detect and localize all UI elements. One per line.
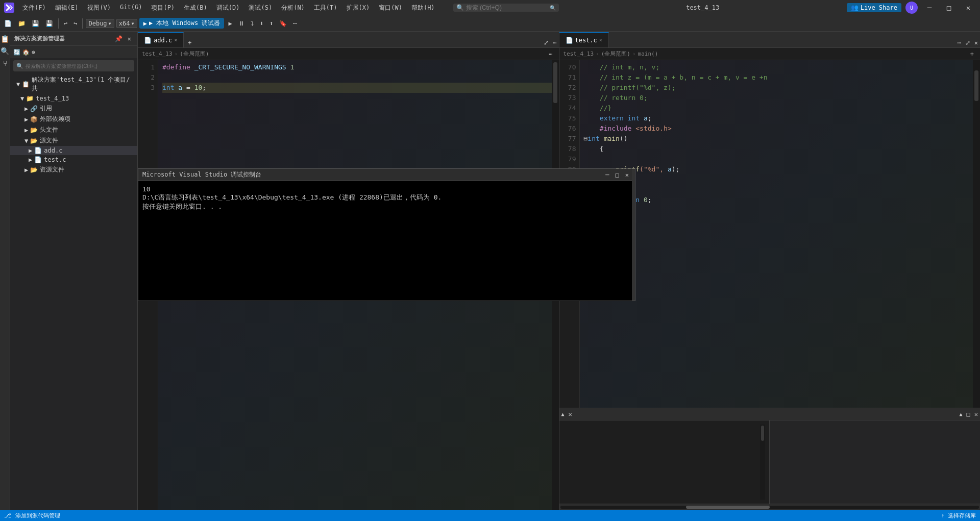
sidebar-search-box[interactable]: 🔍 bbox=[13, 60, 134, 71]
sidebar-toolbar-icon3[interactable]: ⚙ bbox=[32, 49, 35, 56]
bottom-panel-up-icon[interactable]: ▲ bbox=[559, 410, 567, 418]
tab-file-icon-r: 📄 bbox=[566, 37, 573, 44]
tree-ext-deps[interactable]: ▶ 📦 外部依赖项 bbox=[10, 114, 137, 125]
step-over-button[interactable]: ⤵ bbox=[249, 19, 256, 28]
tree-solution[interactable]: ▼ 📋 解决方案'test_4_13'(1 个项目/共 bbox=[10, 75, 137, 94]
platform-dropdown[interactable]: x64 ▾ bbox=[116, 19, 137, 28]
save-button[interactable]: 💾 bbox=[30, 19, 41, 28]
live-share-button[interactable]: 👥 Live Share bbox=[847, 3, 901, 12]
menu-edit[interactable]: 编辑(E) bbox=[51, 3, 83, 13]
tree-sources[interactable]: ▼ 📂 源文件 bbox=[10, 135, 137, 146]
console-body[interactable]: 10 D:\C语言练习列表\test_4_13\x64\Debug\test_4… bbox=[138, 181, 635, 301]
sidebar: 解决方案资源管理器 📌 ✕ 🔄 🏠 ⚙ 🔍 ▼ 📋 解决方案'test_4_13… bbox=[10, 32, 138, 521]
console-line-3: 按任意键关闭此窗口. . . bbox=[142, 202, 631, 211]
redo-button[interactable]: ↪ bbox=[71, 19, 79, 28]
console-minimize[interactable]: ─ bbox=[603, 170, 611, 180]
search-box[interactable]: 🔍 🔍 bbox=[453, 4, 559, 12]
menu-build[interactable]: 生成(B) bbox=[180, 3, 211, 13]
bottom-panel-close-right[interactable]: ✕ bbox=[972, 410, 980, 419]
tree-project[interactable]: ▼ 📁 test_4_13 bbox=[10, 94, 137, 103]
step-into-button[interactable]: ⬇ bbox=[258, 19, 265, 28]
right-code-content[interactable]: // int m, n, v; // int z = (m = a + b, n… bbox=[580, 60, 981, 408]
left-editor-menu[interactable]: ⋯ bbox=[547, 49, 554, 59]
menu-file[interactable]: 文件(F) bbox=[18, 3, 50, 13]
sources-icon: 📂 bbox=[30, 137, 38, 144]
rcode-81 bbox=[584, 175, 976, 185]
select-repo-label[interactable]: ↑ 选择存储库 bbox=[941, 512, 976, 519]
split-editor-button[interactable]: ⤢ bbox=[542, 38, 551, 47]
platform-dropdown-arrow: ▾ bbox=[131, 20, 135, 27]
console-resize-handle[interactable] bbox=[632, 169, 635, 301]
project-icon: 📁 bbox=[26, 95, 34, 102]
rcode-84: } bbox=[584, 205, 976, 215]
activity-explorer[interactable]: 📋 bbox=[0, 34, 11, 44]
minimize-button[interactable]: ─ bbox=[922, 0, 937, 15]
bookmark-button[interactable]: 🔖 bbox=[277, 19, 289, 28]
pause-button[interactable]: ⏸ bbox=[236, 19, 247, 28]
activity-search[interactable]: 🔍 bbox=[0, 46, 11, 56]
sidebar-toolbar-icon2[interactable]: 🏠 bbox=[22, 49, 30, 56]
tree-references[interactable]: ▶ 🔗 引用 bbox=[10, 103, 137, 114]
config-dropdown[interactable]: Debug ▾ bbox=[86, 19, 114, 28]
new-file-button[interactable]: 📄 bbox=[2, 19, 14, 28]
right-editor-menu[interactable]: + bbox=[968, 49, 976, 59]
menu-git[interactable]: Git(G) bbox=[116, 3, 146, 13]
tree-resources[interactable]: ▶ 📂 资源文件 bbox=[10, 164, 137, 175]
sidebar-search-input[interactable] bbox=[26, 63, 131, 69]
sidebar-search-icon: 🔍 bbox=[16, 63, 23, 69]
undo-button[interactable]: ↩ bbox=[62, 19, 69, 28]
tree-test-c[interactable]: ▶ 📄 test.c bbox=[10, 155, 137, 164]
right-close-panel[interactable]: ✕ bbox=[972, 38, 980, 47]
user-avatar[interactable]: U bbox=[905, 2, 918, 14]
sidebar-controls: 📌 ✕ bbox=[113, 34, 133, 43]
menu-project[interactable]: 项目(P) bbox=[147, 3, 179, 13]
more-tabs-button[interactable]: ⋯ bbox=[551, 38, 558, 47]
new-tab-button[interactable]: + bbox=[186, 38, 193, 47]
breadcrumb-scope: (全局范围) bbox=[180, 50, 209, 58]
tab-test-c[interactable]: 📄 test.c × bbox=[559, 32, 609, 47]
bottom-panel-close-left[interactable]: ✕ bbox=[567, 410, 574, 419]
menu-analyze[interactable]: 分析(N) bbox=[277, 3, 309, 13]
sidebar-close-button[interactable]: ✕ bbox=[126, 34, 133, 43]
bottom-panel-up2[interactable]: ▲ bbox=[958, 410, 965, 418]
more-button[interactable]: ⋯ bbox=[291, 19, 299, 28]
add-to-source-label[interactable]: 添加到源代码管理 bbox=[15, 512, 60, 519]
menu-extensions[interactable]: 扩展(X) bbox=[342, 3, 374, 13]
solution-tree: ▼ 📋 解决方案'test_4_13'(1 个项目/共 ▼ 📁 test_4_1… bbox=[10, 73, 137, 521]
tab-close-button-r[interactable]: × bbox=[599, 37, 602, 43]
project-label: test_4_13 bbox=[36, 95, 69, 102]
tab-add-c[interactable]: 📄 add.c × bbox=[138, 32, 184, 47]
tab-close-button[interactable]: × bbox=[174, 37, 177, 43]
console-restore[interactable]: □ bbox=[614, 170, 621, 180]
right-split-button[interactable]: ⤢ bbox=[963, 38, 972, 47]
right-breadcrumb-fn: main() bbox=[638, 51, 658, 57]
save-all-button[interactable]: 💾 bbox=[43, 19, 55, 28]
menu-test[interactable]: 测试(S) bbox=[244, 3, 276, 13]
activity-git[interactable]: ⑂ bbox=[1, 58, 9, 68]
menu-help[interactable]: 帮助(H) bbox=[407, 3, 439, 13]
menu-window[interactable]: 窗口(W) bbox=[375, 3, 406, 13]
menu-view[interactable]: 视图(V) bbox=[83, 3, 115, 13]
menu-tools[interactable]: 工具(T) bbox=[310, 3, 341, 13]
bottom-panel-restore[interactable]: □ bbox=[965, 410, 972, 419]
continue-button[interactable]: ▶ bbox=[226, 19, 234, 28]
status-right: ↑ 选择存储库 bbox=[941, 512, 976, 519]
tree-add-c[interactable]: ▶ 📄 add.c bbox=[10, 146, 137, 155]
run-button[interactable]: ▶ ▶ 本地 Windows 调试器 bbox=[139, 18, 225, 29]
live-share-label: Live Share bbox=[861, 4, 897, 11]
console-close[interactable]: ✕ bbox=[623, 170, 631, 180]
add-c-label: add.c bbox=[44, 147, 62, 154]
sidebar-pin-button[interactable]: 📌 bbox=[113, 34, 125, 43]
menu-debug[interactable]: 调试(D) bbox=[212, 3, 244, 13]
restore-button[interactable]: □ bbox=[941, 0, 957, 15]
search-input[interactable] bbox=[466, 4, 548, 11]
right-more-button[interactable]: ⋯ bbox=[955, 38, 963, 47]
step-out-button[interactable]: ⬆ bbox=[267, 19, 275, 28]
tree-headers[interactable]: ▶ 📂 头文件 bbox=[10, 125, 137, 135]
resources-label: 资源文件 bbox=[40, 165, 64, 174]
sources-label: 源文件 bbox=[40, 136, 58, 145]
open-button[interactable]: 📁 bbox=[16, 19, 28, 28]
bottom-right-panel bbox=[770, 420, 980, 504]
close-button[interactable]: ✕ bbox=[961, 0, 976, 15]
sidebar-toolbar-icon1[interactable]: 🔄 bbox=[13, 49, 20, 56]
